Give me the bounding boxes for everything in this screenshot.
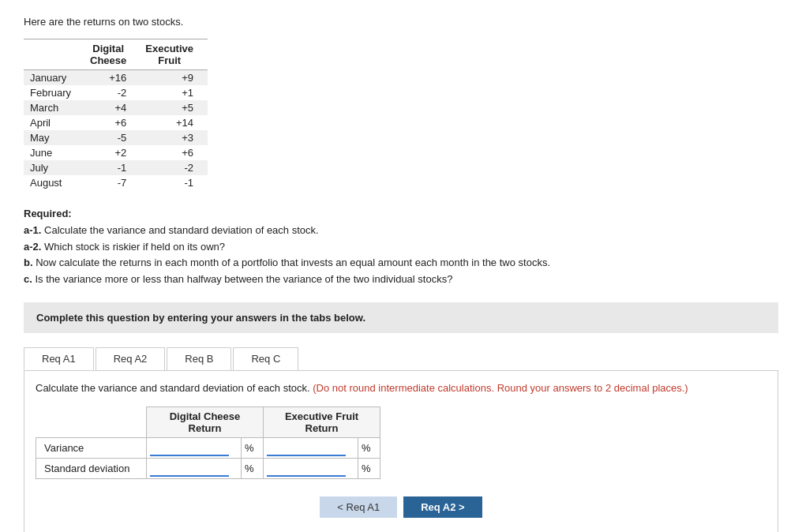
tab-req-b[interactable]: Req B: [167, 347, 231, 370]
pct-cell-executive-0: %: [358, 438, 380, 459]
req-b: b. Now calculate the returns in each mon…: [24, 255, 778, 272]
month-cell: February: [24, 85, 85, 100]
req-c: c. Is the variance more or less than hal…: [24, 272, 778, 288]
month-cell: May: [24, 130, 85, 145]
calc-row-label: Variance: [36, 438, 147, 459]
month-cell: January: [24, 70, 85, 86]
executive-cell: -2: [141, 160, 208, 175]
digital-cheese-col-header: Digital Cheese Return: [147, 407, 264, 438]
executive-cell: +5: [141, 100, 208, 115]
stock-table-row: March +4 +5: [24, 100, 208, 115]
executive-cell: +9: [141, 70, 208, 86]
req-a1: a-1. Calculate the variance and standard…: [24, 223, 778, 239]
calc-row-label: Standard deviation: [36, 459, 147, 479]
executive-cell: +6: [141, 145, 208, 160]
digital-cell: +2: [85, 145, 141, 160]
month-cell: August: [24, 175, 85, 190]
digital-cell: +4: [85, 100, 141, 115]
stock-table-row: June +2 +6: [24, 145, 208, 160]
input-executive-1[interactable]: [267, 460, 346, 477]
stock-table-row: January +16 +9: [24, 70, 208, 86]
stock-table-row: April +6 +14: [24, 115, 208, 130]
calc-input-executive-0[interactable]: [264, 438, 358, 459]
tab-req-a1[interactable]: Req A1: [24, 347, 94, 370]
pct-cell-digital-0: %: [242, 438, 264, 459]
req-a2: a-2. Which stock is riskier if held on i…: [24, 239, 778, 256]
prev-button[interactable]: < Req A1: [320, 496, 397, 518]
calc-instruction: Calculate the variance and standard devi…: [36, 380, 766, 396]
month-cell: July: [24, 160, 85, 175]
required-title: Required:: [24, 208, 72, 219]
calc-table-row: Variance % %: [36, 438, 380, 459]
tab-req-c[interactable]: Req C: [233, 347, 298, 370]
digital-cell: -7: [85, 175, 141, 190]
calc-instruction-note: (Do not round intermediate calculations.…: [313, 382, 688, 394]
tab-content: Calculate the variance and standard devi…: [24, 371, 778, 532]
executive-cell: +14: [141, 115, 208, 130]
month-cell: April: [24, 115, 85, 130]
month-col-header: [24, 39, 85, 70]
executive-cell: -1: [141, 175, 208, 190]
next-button[interactable]: Req A2 >: [403, 496, 482, 518]
stock-table: DigitalCheese ExecutiveFruit January +16…: [24, 39, 208, 190]
digital-cell: +16: [85, 70, 141, 86]
digital-cell: -1: [85, 160, 141, 175]
pct-cell-executive-1: %: [358, 459, 380, 479]
stock-table-row: May -5 +3: [24, 130, 208, 145]
input-executive-0[interactable]: [267, 440, 346, 456]
required-section: Required: a-1. Calculate the variance an…: [24, 206, 778, 288]
calc-table-row: Standard deviation % %: [36, 459, 380, 479]
month-cell: June: [24, 145, 85, 160]
digital-cheese-header: DigitalCheese: [85, 39, 141, 70]
input-digital-1[interactable]: [150, 460, 229, 477]
calc-input-executive-1[interactable]: [264, 459, 358, 479]
input-digital-0[interactable]: [150, 440, 229, 456]
instruction-box: Complete this question by entering your …: [24, 302, 778, 333]
pct-cell-digital-1: %: [242, 459, 264, 479]
tab-bar: Req A1Req A2Req BReq C: [24, 347, 778, 371]
stock-table-row: July -1 -2: [24, 160, 208, 175]
stock-table-row: February -2 +1: [24, 85, 208, 100]
executive-cell: +3: [141, 130, 208, 145]
digital-cell: -2: [85, 85, 141, 100]
executive-fruit-header: ExecutiveFruit: [141, 39, 208, 70]
stock-table-row: August -7 -1: [24, 175, 208, 190]
calc-input-digital-0[interactable]: [147, 438, 242, 459]
empty-header: [36, 407, 147, 438]
executive-cell: +1: [141, 85, 208, 100]
calc-input-digital-1[interactable]: [147, 459, 242, 479]
tabs-container: Req A1Req A2Req BReq C Calculate the var…: [24, 347, 778, 532]
calc-table: Digital Cheese Return Executive Fruit Re…: [36, 406, 380, 479]
executive-fruit-col-header: Executive Fruit Return: [264, 407, 380, 438]
calc-instruction-main: Calculate the variance and standard devi…: [36, 382, 310, 394]
tab-req-a2[interactable]: Req A2: [96, 347, 166, 370]
digital-cell: -5: [85, 130, 141, 145]
intro-text: Here are the returns on two stocks.: [24, 16, 778, 28]
month-cell: March: [24, 100, 85, 115]
digital-cell: +6: [85, 115, 141, 130]
bottom-nav: < Req A1 Req A2 >: [36, 496, 766, 518]
